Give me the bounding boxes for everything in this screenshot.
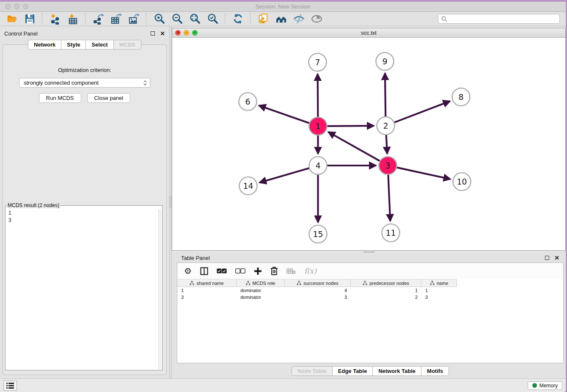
graph-edge-2-9[interactable] <box>385 73 385 116</box>
network-graph[interactable]: 7968124314101511 <box>172 38 565 250</box>
column-sort-icon <box>190 281 194 285</box>
table-row[interactable]: 3dominator323 <box>177 294 457 301</box>
graph-edge-2-8[interactable] <box>394 101 450 122</box>
show-panels-button[interactable] <box>309 13 324 25</box>
criterion-selected-value: strongly connected component <box>24 80 143 86</box>
criterion-select[interactable]: strongly connected component <box>19 78 150 88</box>
export-network-button[interactable] <box>91 13 106 25</box>
graph-node-label-1: 1 <box>315 121 320 131</box>
table-cell[interactable]: 1 <box>351 287 421 294</box>
table-cell[interactable]: 1 <box>421 287 457 294</box>
zoom-selected-button[interactable] <box>205 13 220 25</box>
column-header-predecessor-nodes[interactable]: predecessor nodes <box>351 279 421 287</box>
table-options-gear-icon[interactable]: ⚙ <box>184 266 192 276</box>
network-window-title: scc.txt <box>172 30 565 36</box>
close-panel-button[interactable]: Close panel <box>87 93 131 103</box>
tab-edge-table[interactable]: Edge Table <box>333 366 373 376</box>
result-scrollbar[interactable] <box>158 209 161 369</box>
tab-select[interactable]: Select <box>86 40 113 50</box>
mcds-result-title: MCDS result (2 nodes) <box>6 202 61 208</box>
import-network-icon <box>50 13 61 25</box>
clone-network-button[interactable] <box>256 13 271 25</box>
column-label: shared name <box>196 281 223 286</box>
splitter-handle[interactable] <box>363 250 374 253</box>
table-tabbar: Node TableEdge TableNetwork TableMotifs <box>292 366 449 376</box>
mcds-result-box: MCDS result (2 nodes) 1 3 <box>5 202 162 370</box>
import-network-button[interactable] <box>47 13 63 25</box>
table-cell[interactable]: 3 <box>285 294 351 301</box>
tab-network[interactable]: Network <box>28 40 61 50</box>
select-all-checkboxes-icon[interactable] <box>217 268 227 274</box>
panel-splitter[interactable] <box>169 26 172 378</box>
toolbar-separator <box>85 14 86 25</box>
graph-edge-3-11[interactable] <box>388 175 390 221</box>
table-cell[interactable]: 4 <box>285 287 351 294</box>
export-image-button[interactable] <box>126 13 141 25</box>
column-header-name[interactable]: name <box>421 279 457 287</box>
graph-node-label-14: 14 <box>243 181 253 190</box>
graph-edge-4-14[interactable] <box>259 168 309 182</box>
column-header-MCDS-role[interactable]: MCDS role <box>237 279 285 287</box>
table-row[interactable]: 1dominator411 <box>177 287 457 294</box>
show-columns-icon[interactable] <box>200 267 208 275</box>
column-sort-icon <box>297 281 301 285</box>
splitter-handle[interactable] <box>169 196 172 207</box>
table-cell[interactable]: dominator <box>237 287 285 294</box>
graph-edge-1-6[interactable] <box>259 105 309 123</box>
tab-mcds[interactable]: MCDS <box>114 40 141 50</box>
column-sort-icon <box>430 281 435 285</box>
export-table-button[interactable] <box>108 13 124 25</box>
open-session-button[interactable] <box>4 13 19 25</box>
hide-panels-button[interactable] <box>291 13 306 25</box>
task-history-button[interactable] <box>3 381 17 391</box>
zoom-out-button[interactable] <box>169 13 184 25</box>
run-mcds-button[interactable]: Run MCDS <box>39 93 81 103</box>
graph-edge-3-10[interactable] <box>397 168 450 179</box>
control-panel-tabbar: NetworkStyleSelectMCDS <box>0 40 169 50</box>
memory-button[interactable]: Memory <box>528 381 562 390</box>
import-table-icon <box>67 13 79 25</box>
node-table-container: ⚙ <box>177 262 564 363</box>
float-panel-icon[interactable] <box>151 31 155 36</box>
table-cell[interactable]: 3 <box>421 294 457 301</box>
close-panel-icon[interactable]: ✕ <box>160 30 165 36</box>
optimization-criterion-label: Optimization criterion: <box>58 67 111 73</box>
list-icon <box>6 383 14 389</box>
memory-label: Memory <box>539 383 558 389</box>
tab-node-table[interactable]: Node Table <box>292 366 333 376</box>
graph-edge-2-3[interactable] <box>386 135 387 154</box>
refresh-layout-button[interactable] <box>230 13 245 25</box>
add-column-icon[interactable] <box>254 267 262 275</box>
column-header-successor-nodes[interactable]: successor nodes <box>285 279 351 287</box>
graph-edge-3-1[interactable] <box>328 132 380 161</box>
table-cell[interactable]: 1 <box>177 287 237 294</box>
import-table-button[interactable] <box>65 13 80 25</box>
deselect-all-checkboxes-icon[interactable] <box>235 268 245 274</box>
graph-edge-1-2[interactable] <box>327 126 374 126</box>
zoom-fit-button[interactable] <box>187 13 202 25</box>
table-cell[interactable]: 3 <box>177 294 237 301</box>
zoom-selected-icon <box>207 13 218 25</box>
memory-status-icon <box>532 383 537 388</box>
search-input[interactable] <box>449 16 556 22</box>
column-header-shared-name[interactable]: shared name <box>177 279 237 287</box>
graph-node-label-6: 6 <box>245 97 250 106</box>
save-session-button[interactable] <box>22 13 37 25</box>
graph-node-label-7: 7 <box>315 58 320 67</box>
close-panel-icon[interactable]: ✕ <box>554 255 559 261</box>
horizontal-splitter[interactable] <box>172 251 566 252</box>
graph-edge-1-7[interactable] <box>318 74 318 117</box>
table-cell[interactable]: dominator <box>237 294 285 301</box>
tab-style[interactable]: Style <box>61 40 86 50</box>
zoom-in-button[interactable] <box>151 13 167 25</box>
tab-motifs[interactable]: Motifs <box>421 366 449 376</box>
mcds-panel: Optimization criterion: strongly connect… <box>3 44 167 375</box>
search-box[interactable] <box>438 14 560 24</box>
float-panel-icon[interactable] <box>545 256 549 260</box>
table-cell[interactable]: 2 <box>351 294 421 301</box>
graph-node-label-4: 4 <box>315 161 320 170</box>
network-canvas[interactable]: 7968124314101511 <box>172 38 565 250</box>
delete-column-icon[interactable] <box>270 267 278 275</box>
home-button[interactable] <box>273 13 289 25</box>
tab-network-table[interactable]: Network Table <box>373 366 421 376</box>
